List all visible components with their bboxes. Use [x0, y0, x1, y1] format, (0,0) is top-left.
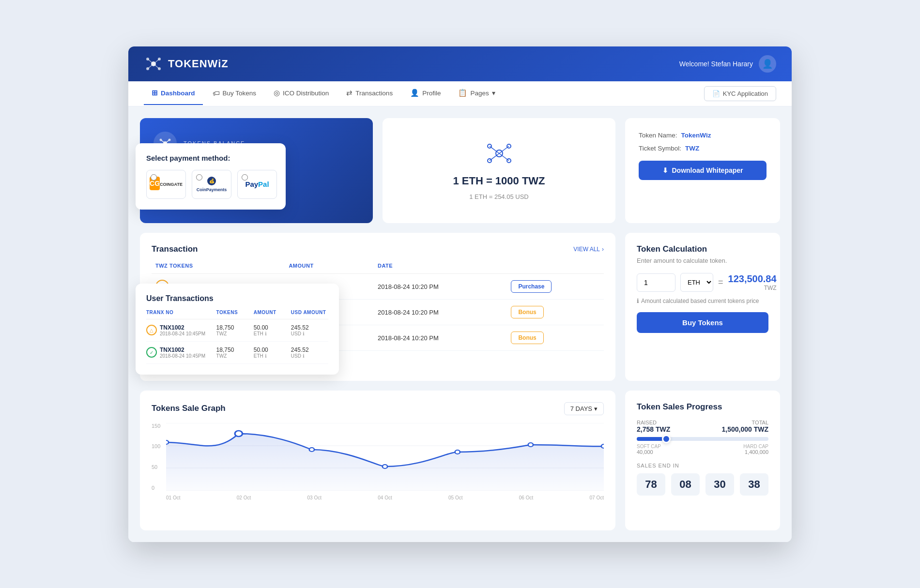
- user-transactions-title: User Transactions: [146, 294, 328, 303]
- date-cell: 2018-08-24 10:20 PM: [378, 283, 511, 290]
- payment-option-coingate[interactable]: CG COINGATE: [146, 170, 186, 199]
- countdown-row: 78 08 30 38: [637, 473, 768, 496]
- cap-labels: SOFT CAP 40,000 HARD CAP 1,400,000: [637, 444, 768, 455]
- utx-date-1: 2018-08-24 10:45PM: [160, 331, 205, 336]
- welcome-text: Welcome! Stefan Harary: [679, 60, 753, 68]
- svg-point-37: [601, 444, 604, 448]
- total-label: TOTAL: [722, 420, 769, 425]
- nav-profile[interactable]: 👤 Profile: [402, 82, 448, 105]
- payment-option-paypal[interactable]: PayPal: [237, 170, 277, 199]
- app-title: TOKENWiZ: [168, 58, 229, 70]
- chevron-down-icon: ▾: [594, 405, 598, 412]
- buy-tokens-icon: 🏷: [213, 89, 220, 97]
- avatar[interactable]: 👤: [759, 55, 776, 73]
- days-label: 7 DAYS: [570, 405, 592, 412]
- nav-ico-distribution[interactable]: ◎ ICO Distribution: [266, 82, 337, 105]
- profile-icon: 👤: [410, 89, 419, 97]
- utx-usd-1: 245.52 USD ℹ: [291, 324, 328, 336]
- kyc-application-button[interactable]: 📄 KYC Application: [704, 86, 776, 101]
- col-tokens: TWZ TOKENS: [155, 263, 289, 269]
- svg-point-36: [528, 443, 533, 447]
- calc-subtitle: Enter amount to calculate token.: [637, 257, 768, 264]
- kyc-icon: 📄: [712, 90, 720, 97]
- graph-title: Tokens Sale Graph: [152, 404, 226, 413]
- svg-line-23: [490, 146, 499, 153]
- utx-date-2: 2018-08-24 10:45PM: [160, 353, 205, 359]
- view-all-link[interactable]: VIEW ALL ›: [573, 246, 604, 253]
- bonus-button-2[interactable]: Bonus: [511, 332, 543, 344]
- calc-title: Token Calculation: [637, 244, 768, 254]
- progress-bar-fill: [637, 437, 663, 441]
- calc-amount-input[interactable]: [637, 273, 675, 292]
- svg-point-35: [455, 450, 460, 454]
- nav-ico-label: ICO Distribution: [283, 90, 329, 97]
- sales-title: Token Sales Progress: [637, 402, 768, 412]
- info-icon: ℹ: [637, 298, 639, 304]
- svg-point-34: [383, 465, 387, 468]
- progress-thumb: [662, 435, 671, 443]
- utx-amount-1: 50.00 ETH ℹ: [254, 324, 291, 336]
- graph-x-labels: 01 Oct02 Oct03 Oct04 Oct05 Oct06 Oct07 O…: [166, 495, 604, 500]
- nav-dashboard-label: Dashboard: [161, 90, 195, 97]
- buy-tokens-button[interactable]: Buy Tokens: [637, 312, 768, 333]
- utx-tokens-1: 18,750 TWZ: [216, 324, 254, 336]
- coinpayments-radio[interactable]: [196, 174, 202, 181]
- progress-bar: [637, 437, 768, 441]
- hard-cap-value: 1,400,000: [743, 449, 768, 455]
- calc-result-amount: 123,500.84: [728, 273, 777, 285]
- calc-currency-select[interactable]: ETH: [680, 273, 713, 292]
- token-calculation-card: Token Calculation Enter amount to calcul…: [625, 233, 780, 381]
- utx-amount-2: 50.00 ETH ℹ: [254, 347, 291, 359]
- svg-point-31: [166, 440, 169, 444]
- nav-dashboard[interactable]: ⊞ Dashboard: [144, 82, 203, 105]
- equals-sign: =: [718, 277, 723, 287]
- token-symbol-value: TWZ: [685, 145, 699, 152]
- payment-options: CG COINGATE 💰 CoinPayments: [146, 170, 275, 199]
- exchange-rate-text: 1 ETH = 1000 TWZ: [453, 175, 545, 187]
- token-sales-progress-card: Token Sales Progress RAISED 2,758 TWZ TO…: [625, 391, 780, 530]
- raised-label: RAISED: [637, 420, 670, 425]
- payment-method-modal: Select payment method: CG COINGATE 💰: [136, 143, 286, 210]
- kyc-label: KYC Application: [723, 90, 768, 97]
- purchase-button[interactable]: Purchase: [511, 280, 552, 293]
- token-name-label: Token Name:: [639, 132, 677, 139]
- token-symbol-label: Ticket Symbol:: [639, 145, 681, 152]
- exchange-rate-card: 1 ETH = 1000 TWZ 1 ETH = 254.05 USD: [383, 118, 615, 224]
- header: TOKENWiZ Welcome! Stefan Harary 👤: [128, 46, 792, 81]
- svg-point-32: [235, 431, 242, 437]
- svg-line-8: [153, 64, 159, 69]
- bonus-button-1[interactable]: Bonus: [511, 306, 543, 318]
- nav-buy-tokens[interactable]: 🏷 Buy Tokens: [205, 82, 264, 105]
- date-cell-3: 2018-08-24 10:20 PM: [378, 334, 511, 342]
- utx-usd-2: 245.52 USD ℹ: [291, 347, 328, 359]
- dashboard-icon: ⊞: [152, 89, 158, 97]
- transactions-icon: ⇄: [346, 89, 353, 97]
- countdown-min-value: 30: [712, 478, 727, 491]
- transaction-table-header: TWZ TOKENS AMOUNT DATE: [152, 263, 604, 274]
- chevron-down-icon: ▾: [492, 89, 495, 97]
- token-name-value: TokenWiz: [681, 132, 711, 139]
- hard-cap-label: HARD CAP: [743, 444, 768, 449]
- svg-point-33: [309, 448, 314, 452]
- utx-col-tranx: TRANX NO: [146, 310, 216, 315]
- payment-option-coinpayments[interactable]: 💰 CoinPayments: [192, 170, 231, 199]
- graph-y-labels: 150100500: [152, 423, 166, 491]
- download-whitepaper-button[interactable]: ⬇ Download Whitepaper: [639, 161, 767, 180]
- graph-svg-container: [166, 423, 604, 491]
- nav-pages[interactable]: 📋 Pages ▾: [450, 82, 503, 105]
- utx-row-2: ✓ TNX1002 2018-08-24 10:45PM 18,750 TWZ …: [146, 342, 328, 364]
- header-right: Welcome! Stefan Harary 👤: [679, 55, 776, 73]
- utx-ok-badge: ✓: [146, 347, 157, 358]
- sales-end-label: SALES END IN: [637, 463, 768, 468]
- days-selector[interactable]: 7 DAYS ▾: [564, 402, 604, 415]
- navigation: ⊞ Dashboard 🏷 Buy Tokens ◎ ICO Distribut…: [128, 81, 792, 106]
- soft-cap-value: 40,000: [637, 449, 661, 455]
- countdown-days-value: 78: [644, 478, 659, 491]
- svg-line-25: [490, 153, 499, 161]
- paypal-radio[interactable]: [242, 174, 248, 181]
- network-icon: [485, 140, 514, 169]
- nav-transactions[interactable]: ⇄ Transactions: [338, 82, 400, 105]
- payment-modal-title: Select payment method:: [146, 154, 275, 162]
- utx-id-1: TNX1002: [160, 324, 205, 331]
- coingate-radio[interactable]: [151, 174, 157, 181]
